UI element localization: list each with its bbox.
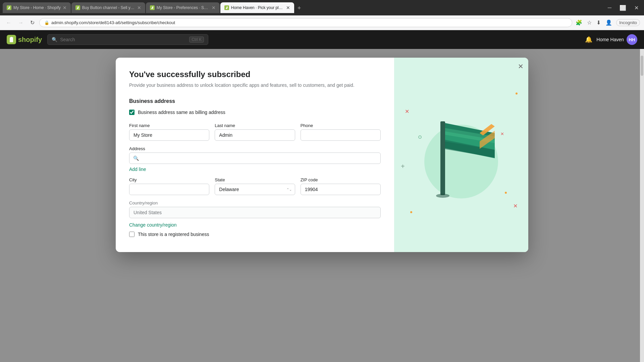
city-group: City bbox=[129, 177, 209, 195]
country-label: Country/region bbox=[129, 200, 381, 205]
business-address-section-title: Business address bbox=[129, 98, 381, 104]
tab-favicon-4 bbox=[224, 5, 229, 10]
business-registered-label[interactable]: This store is a registered business bbox=[138, 232, 209, 237]
tab-close-4[interactable]: ✕ bbox=[286, 5, 290, 10]
tab-favicon-1 bbox=[7, 5, 11, 10]
subscription-modal: ✕ You've successfully subscribed Provide… bbox=[116, 58, 528, 252]
phone-input[interactable] bbox=[301, 129, 381, 141]
minimize-button[interactable]: ─ bbox=[605, 4, 614, 11]
forward-button[interactable]: → bbox=[16, 19, 25, 26]
deco-x-1: ✕ bbox=[405, 108, 409, 115]
billing-same-label[interactable]: Business address same as billing address bbox=[138, 110, 225, 115]
change-country-link[interactable]: Change country/region bbox=[129, 222, 177, 228]
last-name-input[interactable] bbox=[215, 129, 295, 141]
address-group: Address 🔍 bbox=[129, 146, 381, 164]
shopify-text: shopify bbox=[18, 36, 42, 44]
city-input[interactable] bbox=[129, 184, 209, 195]
search-bar[interactable]: 🔍 Ctrl K bbox=[47, 34, 208, 45]
country-input bbox=[129, 207, 381, 218]
last-name-label: Last name bbox=[215, 123, 295, 128]
deco-x-3: ✕ bbox=[513, 203, 518, 209]
city-label: City bbox=[129, 177, 209, 182]
new-tab-button[interactable]: + bbox=[295, 3, 304, 13]
address-search-icon: 🔍 bbox=[133, 156, 139, 161]
lock-icon: 🔒 bbox=[44, 20, 49, 25]
main-area: ✕ You've successfully subscribed Provide… bbox=[0, 49, 644, 362]
toolbar-icons: 🧩 ☆ ⬇ 👤 Incognito bbox=[575, 19, 640, 26]
tab-title-4: Home Haven · Pick your plan ·... bbox=[231, 5, 284, 10]
deco-dot-2 bbox=[410, 211, 412, 213]
search-icon: 🔍 bbox=[52, 37, 57, 42]
deco-dot-1 bbox=[516, 93, 518, 95]
shopify-s-mark bbox=[7, 35, 16, 44]
deco-dot-3 bbox=[505, 192, 507, 194]
notifications-button[interactable]: 🔔 bbox=[585, 36, 592, 43]
tab-close-1[interactable]: ✕ bbox=[63, 5, 67, 10]
close-button[interactable]: ✕ bbox=[632, 4, 641, 12]
download-icon[interactable]: ⬇ bbox=[596, 19, 601, 26]
first-name-input[interactable] bbox=[129, 129, 209, 141]
first-name-group: First name bbox=[129, 123, 209, 141]
browser-tab-2[interactable]: Buy Button channel - Sell your... ✕ bbox=[71, 2, 145, 13]
tab-close-2[interactable]: ✕ bbox=[137, 5, 141, 10]
address-input[interactable] bbox=[129, 153, 381, 164]
restore-button[interactable]: ⬜ bbox=[617, 4, 629, 12]
user-menu-button[interactable]: Home Haven HH bbox=[596, 34, 637, 45]
window-controls: ─ ⬜ ✕ bbox=[605, 4, 641, 12]
deco-plus-1: + bbox=[401, 163, 405, 170]
tab-close-3[interactable]: ✕ bbox=[212, 5, 216, 10]
zip-input[interactable] bbox=[301, 184, 381, 195]
billing-checkbox-row: Business address same as billing address bbox=[129, 110, 381, 115]
back-button[interactable]: ← bbox=[4, 19, 13, 26]
user-avatar: HH bbox=[627, 34, 637, 45]
first-name-label: First name bbox=[129, 123, 209, 128]
business-registered-checkbox[interactable] bbox=[129, 232, 135, 237]
phone-group: Phone bbox=[301, 123, 381, 141]
add-line-link[interactable]: Add line bbox=[129, 167, 146, 172]
extensions-icon[interactable]: 🧩 bbox=[575, 19, 583, 26]
browser-tab-4[interactable]: Home Haven · Pick your plan ·... ✕ bbox=[220, 2, 294, 13]
flag-illustration bbox=[414, 101, 508, 208]
search-input[interactable] bbox=[60, 37, 186, 42]
state-select[interactable]: Delaware AlabamaAlaskaArizona ArkansasCa… bbox=[215, 184, 295, 195]
illustration-panel: ✕ ✕ ✕ + bbox=[394, 58, 528, 252]
form-panel: You've successfully subscribed Provide y… bbox=[116, 58, 394, 252]
modal-close-button[interactable]: ✕ bbox=[518, 62, 524, 70]
tab-title-1: My Store - Home · Shopify bbox=[13, 5, 61, 10]
address-bar[interactable]: 🔒 admin.shopify.com/store/de8143-a6/sett… bbox=[39, 18, 572, 27]
business-registered-row: This store is a registered business bbox=[129, 232, 381, 237]
tab-favicon-3 bbox=[150, 5, 155, 10]
address-label: Address bbox=[129, 146, 381, 151]
modal-container: ✕ You've successfully subscribed Provide… bbox=[0, 58, 644, 252]
search-shortcut: Ctrl K bbox=[189, 37, 204, 43]
deco-circle-1 bbox=[418, 135, 422, 139]
zip-group: ZIP code bbox=[301, 177, 381, 195]
modal-title: You've successfully subscribed bbox=[129, 70, 381, 79]
browser-tab-3[interactable]: My Store - Preferences · Shopify ✕ bbox=[146, 2, 220, 13]
incognito-badge: Incognito bbox=[616, 19, 640, 26]
bookmark-icon[interactable]: ☆ bbox=[586, 19, 592, 26]
reload-button[interactable]: ↻ bbox=[28, 19, 37, 26]
browser-toolbar: ← → ↻ 🔒 admin.shopify.com/store/de8143-a… bbox=[0, 15, 644, 30]
topbar-right: 🔔 Home Haven HH bbox=[585, 34, 637, 45]
address-text: admin.shopify.com/store/de8143-a6/settin… bbox=[51, 20, 567, 25]
last-name-group: Last name bbox=[215, 123, 295, 141]
city-state-zip-row: City State Delaware AlabamaAlaskaArizona… bbox=[129, 177, 381, 195]
zip-label: ZIP code bbox=[301, 177, 381, 182]
browser-titlebar: My Store - Home · Shopify ✕ Buy Button c… bbox=[0, 0, 644, 15]
tab-title-2: Buy Button channel - Sell your... bbox=[82, 5, 135, 10]
state-group: State Delaware AlabamaAlaskaArizona Arka… bbox=[215, 177, 295, 195]
svg-rect-1 bbox=[440, 121, 445, 195]
tab-favicon-2 bbox=[75, 5, 80, 10]
browser-tab-1[interactable]: My Store - Home · Shopify ✕ bbox=[3, 2, 71, 13]
billing-same-checkbox[interactable] bbox=[129, 110, 135, 115]
browser-tabs: My Store - Home · Shopify ✕ Buy Button c… bbox=[3, 2, 604, 13]
address-search-wrap: 🔍 bbox=[129, 153, 381, 164]
deco-x-2: ✕ bbox=[500, 131, 504, 136]
profile-icon[interactable]: 👤 bbox=[605, 19, 613, 26]
shopify-topbar: shopify 🔍 Ctrl K 🔔 Home Haven HH bbox=[0, 30, 644, 49]
modal-subtitle: Provide your business address to unlock … bbox=[129, 82, 381, 89]
name-row: First name Last name Phone bbox=[129, 123, 381, 141]
shopify-logo: shopify bbox=[7, 35, 42, 44]
country-group: Country/region bbox=[129, 200, 381, 218]
